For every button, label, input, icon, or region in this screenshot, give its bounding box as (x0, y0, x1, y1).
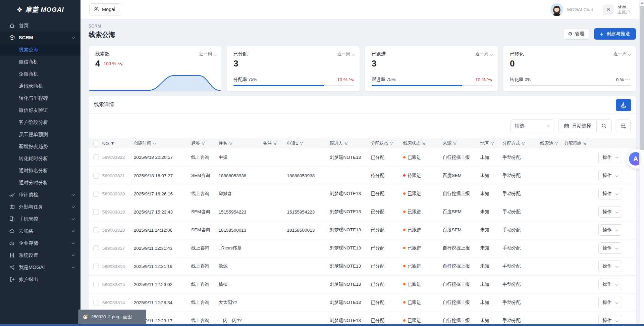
columns-settings-icon (621, 123, 626, 129)
user-avatar[interactable] (550, 3, 563, 16)
sidebar-item-SCRM[interactable]: SCRM (0, 32, 80, 44)
cell-assign_status: 已分配 (371, 239, 403, 257)
page-scrollbar[interactable]: ▲ (639, 0, 644, 324)
sidebar-subitem-通时分时分析[interactable]: 通时分时分析 (0, 177, 80, 189)
row-action-button[interactable]: 操作 (598, 297, 622, 308)
account-initial-badge[interactable]: S (603, 4, 614, 15)
period-select[interactable]: 近一周 (199, 51, 216, 57)
workspace-button[interactable]: Mogai (89, 3, 121, 15)
leads-detail-panel: 线索详情 筛选 日期选择 (89, 96, 636, 326)
sidebar-item-首页[interactable]: 首页 (0, 19, 80, 32)
column-header-no[interactable]: NO.▼ (102, 138, 134, 148)
row-checkbox[interactable] (93, 227, 99, 233)
funnel-filter-icon (453, 141, 457, 145)
row-checkbox[interactable] (93, 264, 99, 269)
column-header-note[interactable]: 备注 (263, 138, 287, 148)
row-action-button[interactable]: 操作 (598, 188, 622, 199)
account-info[interactable]: shbt 主账户 (618, 4, 630, 15)
filter-select[interactable]: 筛选 (511, 120, 554, 132)
cell-created: 2025/9/11 12:28:34 (134, 293, 191, 312)
row-action-button[interactable]: 操作 (598, 224, 622, 236)
cell-created: 2025/9/11 12:31:43 (134, 239, 191, 257)
column-header-action (598, 138, 636, 148)
row-checkbox[interactable] (93, 300, 99, 306)
sidebar-subitem-通时排名分析[interactable]: 通时排名分析 (0, 165, 80, 177)
sidebar-subitem-员工撞单预测[interactable]: 员工撞单预测 (0, 128, 80, 140)
column-header-phone1[interactable]: 电话1 (287, 138, 330, 148)
column-header-region[interactable]: 地区 (480, 138, 502, 148)
row-checkbox[interactable] (93, 154, 99, 160)
sort-desc-icon[interactable]: ▼ (111, 142, 114, 145)
period-select[interactable]: 近一周 (613, 51, 631, 57)
manage-button[interactable]: ⚙ 管理 (563, 28, 589, 40)
sidebar-subitem-线索公海[interactable]: 线索公海 (0, 44, 80, 56)
sidebar-item-系统设置[interactable]: 系统设置 (0, 249, 80, 261)
sidebar-item-外勤与任务[interactable]: 外勤与任务 (0, 201, 80, 213)
publish-boat-button[interactable] (616, 99, 631, 111)
row-checkbox[interactable] (93, 245, 99, 251)
chat-product-label: MOGAI.Chat (567, 7, 593, 12)
row-action-button[interactable]: 操作 (598, 152, 622, 163)
row-checkbox[interactable] (93, 191, 99, 197)
search-button[interactable] (597, 120, 611, 132)
row-action-button[interactable]: 操作 (598, 279, 622, 290)
scrollbar-up-arrow[interactable]: ▲ (640, 1, 644, 4)
sidebar-item-企业存储[interactable]: 企业存储 (0, 237, 80, 249)
chevron-down-icon[interactable] (153, 141, 156, 145)
row-checkbox[interactable] (93, 282, 99, 287)
cell-sel (89, 167, 102, 185)
cell-region: 未知 (480, 257, 502, 275)
column-header-name[interactable]: 姓名 (219, 138, 263, 148)
taskbar-preview-tooltip[interactable]: 250920_2.png - 画图 (78, 310, 146, 324)
column-header-pool[interactable]: 线索池 (540, 138, 564, 148)
row-action-button[interactable]: 操作 (598, 206, 622, 218)
sidebar-subitem-通讯录商机[interactable]: 通讯录商机 (0, 80, 80, 92)
sidebar-subitem-微信商机[interactable]: 微信商机 (0, 56, 80, 68)
column-header-method[interactable]: 分配方式 (502, 138, 540, 148)
row-checkbox[interactable] (93, 209, 99, 215)
cell-assign_status: 已分配 (371, 203, 403, 221)
cell-lead_status: 已跟进 (403, 275, 442, 293)
sidebar-item-云联络[interactable]: 云联络 (0, 225, 80, 237)
column-header-created[interactable]: 创建时间 (134, 138, 191, 148)
cell-created: 2025/9/18 16:07:27 (134, 167, 191, 185)
column-header-strategy[interactable]: 分配策略 (564, 138, 598, 148)
row-action-button[interactable]: 操作 (598, 170, 622, 181)
row-action-button[interactable]: 操作 (598, 261, 622, 272)
column-settings-button[interactable] (616, 120, 631, 132)
period-select[interactable]: 近一周 (475, 51, 492, 57)
sidebar-item-审计质检[interactable]: 审计质检 (0, 189, 80, 201)
cell-strategy (564, 293, 598, 312)
cell-sel (89, 221, 102, 239)
period-select[interactable]: 近一周 (337, 51, 354, 57)
column-label: 分配状态 (371, 140, 388, 146)
column-header-tag[interactable]: 标签 (191, 138, 219, 148)
chevron-down-icon (615, 210, 618, 213)
sidebar-subitem-新增好友趋势[interactable]: 新增好友趋势 (0, 140, 80, 152)
sidebar-subitem-微信好友验证[interactable]: 微信好友验证 (0, 104, 80, 116)
date-picker-button[interactable]: 日期选择 (558, 120, 596, 132)
rate-label: 转化率 0% (510, 77, 531, 83)
sidebar-item-账户退出[interactable]: 账户退出 (0, 273, 80, 285)
select-all-checkbox[interactable] (93, 141, 99, 146)
sidebar-subitem-转化耗时分析[interactable]: 转化耗时分析 (0, 152, 80, 165)
create-push-button[interactable]: + 创建与推送 (594, 28, 636, 40)
table-row: 5890838172025/9/11 12:31:43线上咨询□Rices伟章刘… (89, 239, 636, 257)
sidebar-item-手机管控[interactable]: 手机管控 (0, 213, 80, 225)
scrollbar-thumb[interactable] (640, 6, 644, 150)
cell-action: 操作 (598, 257, 636, 275)
row-checkbox[interactable] (93, 173, 99, 179)
sidebar-item-我是MOGAI[interactable]: 我是MOGAI (0, 261, 80, 273)
cell-follower: 刘梦瑶NOTE13 (330, 275, 371, 293)
column-header-follower[interactable]: 跟进人 (330, 138, 371, 148)
row-action-button[interactable]: 操作 (598, 242, 622, 254)
sidebar-subitem-转化与里程碑[interactable]: 转化与里程碑 (0, 92, 80, 104)
sidebar-subitem-企微商机[interactable]: 企微商机 (0, 68, 80, 80)
column-header-lead_status[interactable]: 线索状态 (403, 138, 442, 148)
column-header-assign_status[interactable]: 分配状态 (371, 138, 403, 148)
column-header-source[interactable]: 来源 (443, 138, 480, 148)
sidebar-subitem-客户阶段分析[interactable]: 客户阶段分析 (0, 116, 80, 128)
funnel-filter-icon (521, 141, 525, 145)
cell-no: 589083819 (102, 203, 134, 221)
cell-tag: 线上咨询 (191, 148, 219, 167)
